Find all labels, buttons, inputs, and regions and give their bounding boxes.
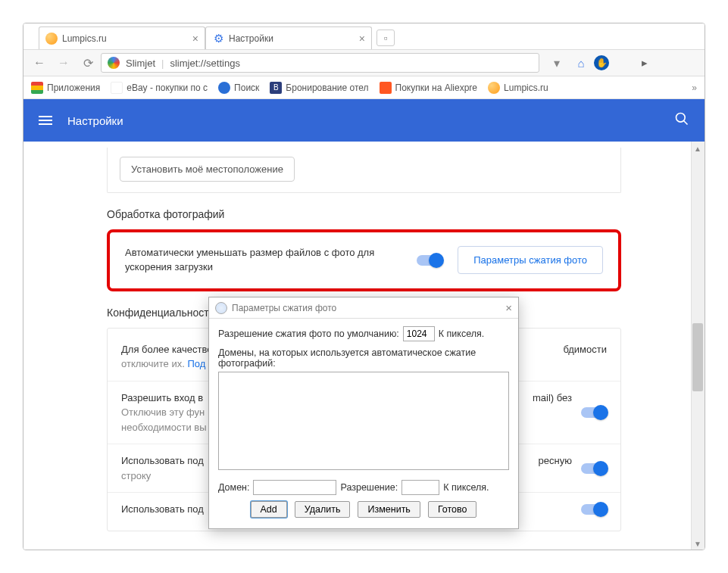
tab-settings[interactable]: ⚙ Настройки × bbox=[205, 26, 372, 49]
delete-button[interactable]: Удалить bbox=[295, 501, 351, 518]
done-button[interactable]: Готово bbox=[428, 501, 477, 518]
domains-list[interactable] bbox=[218, 372, 509, 470]
scroll-down-icon[interactable]: ▼ bbox=[691, 537, 705, 550]
scrollbar[interactable]: ▲ ▼ bbox=[691, 142, 705, 550]
bookmark-label: Покупки на Aliexpre bbox=[395, 83, 477, 93]
privacy-toggle[interactable] bbox=[581, 504, 607, 515]
bookmark-search[interactable]: Поиск bbox=[218, 82, 259, 94]
default-resolution-label: Разрешение сжатия фото по умолчанию: bbox=[218, 329, 399, 339]
bookmark-lumpics[interactable]: Lumpics.ru bbox=[488, 82, 548, 94]
b-icon: B bbox=[270, 82, 282, 94]
page-title: Настройки bbox=[67, 114, 123, 127]
aliexpress-icon bbox=[380, 82, 392, 94]
scroll-thumb[interactable] bbox=[692, 323, 703, 391]
set-location-button[interactable]: Установить моё местоположение bbox=[120, 157, 295, 182]
bookmark-ebay[interactable]: eBay - покупки по с bbox=[111, 82, 208, 94]
site-icon bbox=[45, 33, 58, 45]
bookmark-label: Lumpics.ru bbox=[504, 83, 548, 93]
edit-button[interactable]: Изменить bbox=[358, 501, 420, 518]
domains-label: Домены, на которых используется автомати… bbox=[218, 347, 509, 369]
globe-icon[interactable] bbox=[680, 53, 700, 73]
address-brand: Slimjet bbox=[126, 58, 155, 69]
privacy-toggle[interactable] bbox=[581, 463, 607, 474]
bookmark-label: eBay - покупки по с bbox=[127, 83, 208, 93]
auto-resize-toggle[interactable] bbox=[417, 255, 442, 266]
gear-icon: ⚙ bbox=[212, 33, 224, 45]
lumpics-icon bbox=[488, 82, 500, 94]
default-resolution-input[interactable] bbox=[403, 326, 435, 341]
close-icon[interactable]: × bbox=[192, 33, 198, 45]
location-section: Установить моё местоположение bbox=[107, 148, 621, 193]
address-bar[interactable]: Slimjet | slimjet://settings bbox=[101, 53, 539, 73]
separator: | bbox=[161, 58, 164, 69]
scroll-up-icon[interactable]: ▲ bbox=[691, 142, 705, 155]
resolution-unit-2: К пикселя. bbox=[443, 482, 489, 493]
back-button[interactable]: ← bbox=[28, 51, 51, 74]
toggle-label: Автоматически уменьшать размер файлов с … bbox=[125, 246, 401, 275]
tab-strip: Lumpics.ru × ⚙ Настройки × ▫ bbox=[23, 23, 705, 49]
bookmark-ali[interactable]: Покупки на Aliexpre bbox=[380, 82, 477, 94]
address-url: slimjet://settings bbox=[170, 58, 239, 69]
resolution-input[interactable] bbox=[401, 480, 439, 495]
photo-compression-dialog: Параметры сжатия фото × Разрешение сжати… bbox=[208, 297, 519, 529]
details-link[interactable]: Под bbox=[187, 358, 205, 369]
site-identity-icon bbox=[108, 57, 120, 69]
reload-button[interactable]: ⟳ bbox=[77, 51, 99, 74]
bookmark-label: Бронирование отел bbox=[286, 83, 368, 93]
svg-point-0 bbox=[676, 113, 686, 122]
bookmark-label: Поиск bbox=[234, 83, 259, 93]
close-icon[interactable]: × bbox=[359, 33, 365, 45]
privacy-toggle[interactable] bbox=[581, 407, 607, 418]
bookmark-label: Приложения bbox=[47, 83, 100, 93]
globe-icon bbox=[215, 302, 227, 314]
section-title-photo: Обработка фотографий bbox=[107, 208, 621, 220]
tab-lumpics[interactable]: Lumpics.ru × bbox=[39, 26, 205, 49]
tab-label: Lumpics.ru bbox=[62, 33, 107, 44]
dialog-title: Параметры сжатия фото bbox=[232, 303, 336, 313]
resolution-unit: К пикселя. bbox=[439, 329, 484, 339]
domain-input[interactable] bbox=[253, 480, 336, 495]
resolution-label: Разрешение: bbox=[340, 482, 398, 493]
search-icon[interactable] bbox=[674, 111, 689, 130]
ebay-icon bbox=[111, 82, 123, 94]
photo-compression-params-button[interactable]: Параметры сжатия фото bbox=[458, 246, 603, 274]
search-icon bbox=[218, 82, 230, 94]
svg-line-1 bbox=[684, 120, 688, 124]
contrast-icon[interactable] bbox=[612, 53, 632, 73]
forward-button[interactable]: → bbox=[52, 51, 75, 74]
dialog-titlebar[interactable]: Параметры сжатия фото × bbox=[209, 297, 518, 319]
domain-label: Домен: bbox=[218, 482, 249, 493]
dialog-body: Разрешение сжатия фото по умолчанию: К п… bbox=[209, 319, 518, 528]
home-icon[interactable]: ⌂ bbox=[571, 53, 591, 73]
shield-icon[interactable]: ✋ bbox=[594, 55, 609, 70]
tab-label: Настройки bbox=[229, 33, 273, 44]
toolbar: ← → ⟳ Slimjet | slimjet://settings ▾ ⌂ ✋… bbox=[23, 49, 705, 76]
dropdown-icon[interactable]: ▾ bbox=[545, 51, 568, 74]
new-tab-button[interactable]: ▫ bbox=[376, 30, 395, 46]
settings-header: Настройки bbox=[23, 99, 705, 142]
bookmarks-overflow[interactable]: » bbox=[692, 83, 697, 93]
apps-icon bbox=[31, 82, 43, 94]
chevron-right-icon[interactable]: ▸ bbox=[635, 53, 655, 73]
photo-processing-card: Автоматически уменьшать размер файлов с … bbox=[107, 229, 621, 291]
bookmark-booking[interactable]: BБронирование отел bbox=[270, 82, 368, 94]
menu-icon[interactable] bbox=[39, 116, 52, 125]
extensions: ▾ ⌂ ✋ ▸ bbox=[541, 51, 700, 74]
close-icon[interactable]: × bbox=[505, 301, 512, 314]
add-button[interactable]: Add bbox=[251, 501, 287, 518]
avatar-icon[interactable] bbox=[658, 53, 677, 73]
bookmarks-bar: Приложения eBay - покупки по с Поиск BБр… bbox=[23, 76, 705, 99]
bookmark-apps[interactable]: Приложения bbox=[31, 82, 100, 94]
